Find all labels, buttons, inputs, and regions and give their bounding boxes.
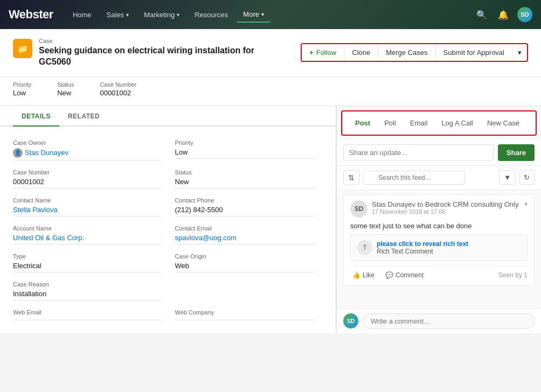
field-type: Type Electrical ✏️ (13, 249, 168, 277)
field-case-number: Case Number 00001002 (13, 165, 168, 193)
case-owner-avatar: 👤 (13, 148, 23, 158)
feed-author-name-text[interactable]: Stas Dunayev (372, 200, 415, 208)
feed-timestamp: 17 November 2016 at 17:08 (372, 208, 524, 215)
share-button[interactable]: Share (498, 144, 535, 161)
case-owner-label: Case Owner (13, 139, 162, 146)
follow-button[interactable]: + Follow (302, 44, 344, 61)
tab-related-label: RELATED (68, 113, 100, 120)
navbar-right: 🔍 🔔 SD (474, 7, 532, 22)
account-name-underline: United Oil & Gas Corp. (13, 234, 162, 244)
priority-meta-label: Priority (13, 81, 31, 88)
case-owner-value[interactable]: Stas Dunayev (25, 149, 68, 157)
chatter-tab-poll[interactable]: Poll (378, 116, 403, 130)
contact-phone-value: (212) 842-5500 (175, 206, 223, 214)
clone-button[interactable]: Clone (344, 44, 378, 61)
rich-text-content: please click to reveal rich text Rich Te… (377, 240, 468, 255)
case-reason-underline: Installation (13, 290, 162, 300)
brand-logo[interactable]: Webster (9, 8, 53, 22)
merge-cases-button[interactable]: Merge Cases (378, 44, 435, 61)
chatter-tab-email[interactable]: Email (404, 116, 434, 130)
meta-case-number: Case Number 00001002 (100, 81, 136, 97)
feed-item: SD Stas Dunayev to Bedrock CRM consultin… (343, 194, 535, 286)
nav-resources[interactable]: Resources (188, 8, 234, 22)
follow-label: Follow (316, 48, 337, 57)
search-nav-button[interactable]: 🔍 (474, 8, 489, 22)
feed-author-info: Stas Dunayev to Bedrock CRM consulting O… (372, 200, 524, 215)
field-case-owner: Case Owner 👤 Stas Dunayev ✏️ (13, 135, 168, 165)
rich-text-box: T please click to reveal rich text Rich … (350, 234, 528, 261)
like-label: Like (363, 271, 374, 279)
rich-text-icon: T (357, 240, 372, 255)
field-contact-email: Contact Email spavlova@uog.com (168, 221, 323, 249)
share-box: Share (337, 140, 541, 166)
case-owner-underline: 👤 Stas Dunayev (13, 148, 162, 160)
feed-item-dropdown-button[interactable]: ▾ (524, 200, 528, 208)
sales-chevron-icon: ▾ (126, 12, 129, 18)
nav-home[interactable]: Home (66, 8, 98, 22)
dropdown-chevron-icon: ▾ (518, 48, 522, 57)
field-status: Status New ✏️ (168, 165, 323, 193)
rich-text-subtitle: Rich Text Comment (377, 248, 468, 255)
comment-button[interactable]: 💬 Comment (383, 270, 426, 280)
chatter-tab-log-call[interactable]: Log A Call (435, 116, 480, 130)
type-value: Electrical (13, 262, 41, 270)
comment-label: Comment (396, 271, 424, 279)
account-name-value[interactable]: United Oil & Gas Corp. (13, 234, 84, 242)
field-case-origin: Case Origin Web ✏️ (168, 249, 323, 277)
chatter-tab-new-case[interactable]: New Case (481, 116, 526, 130)
nav-more-label: More (243, 10, 259, 18)
nav-marketing[interactable]: Marketing ▾ (137, 8, 186, 22)
tab-related[interactable]: RELATED (59, 106, 108, 127)
status-value: New (175, 178, 189, 186)
feed-refresh-button[interactable]: ↻ (519, 170, 535, 185)
notifications-button[interactable]: 🔔 (496, 8, 511, 22)
user-avatar-nav[interactable]: SD (517, 7, 532, 22)
submit-approval-button[interactable]: Submit for Approval (436, 44, 512, 61)
case-number-value: 00001002 (13, 178, 44, 186)
feed-actions: 👍 Like 💬 Comment Seen by 1 (350, 265, 528, 280)
feed-search-input[interactable] (363, 171, 465, 185)
share-input[interactable] (343, 144, 494, 161)
comment-input[interactable] (363, 313, 535, 329)
nav-home-label: Home (73, 11, 92, 19)
status-meta-value: New (57, 89, 71, 97)
case-origin-underline: Web (175, 262, 317, 272)
case-icon: 📁 (13, 39, 32, 58)
contact-name-value[interactable]: Stella Pavlova (13, 206, 57, 214)
chatter-tab-post[interactable]: Post (349, 116, 377, 130)
contact-phone-label: Contact Phone (175, 197, 317, 204)
nav-sales[interactable]: Sales ▾ (100, 8, 136, 22)
like-button[interactable]: 👍 Like (350, 270, 377, 280)
feed-items: SD Stas Dunayev to Bedrock CRM consultin… (337, 190, 541, 295)
share-button-label: Share (507, 149, 526, 157)
nav-marketing-label: Marketing (144, 11, 175, 19)
comment-icon: 💬 (385, 271, 393, 279)
clone-label: Clone (352, 48, 370, 57)
nav-sales-label: Sales (107, 11, 124, 19)
more-chevron-icon: ▾ (261, 11, 264, 17)
field-web-company: Web Company (168, 305, 323, 325)
contact-email-value[interactable]: spavlova@uog.com (175, 234, 237, 242)
field-contact-name: Contact Name Stella Pavlova ✏️ (13, 193, 168, 221)
tab-details[interactable]: DETAILS (13, 106, 59, 127)
case-header: 📁 Case Seeking guidance on electrical wi… (0, 29, 541, 77)
nav-more[interactable]: More ▾ (237, 7, 270, 23)
comment-box: SD (337, 309, 541, 333)
case-number-meta-label: Case Number (100, 81, 136, 88)
merge-cases-label: Merge Cases (386, 48, 427, 57)
case-reason-value: Installation (13, 290, 46, 298)
marketing-chevron-icon: ▾ (177, 12, 179, 18)
case-title-text: Case Seeking guidance on electrical wiri… (39, 38, 276, 68)
rich-text-title[interactable]: please click to reveal rich text (377, 240, 468, 248)
feed-sort-button[interactable]: ⇅ (343, 170, 359, 185)
feed-filter-button[interactable]: ▼ (499, 170, 516, 185)
chatter-panel: Post Poll Email Log A Call New Case (336, 106, 541, 333)
case-reason-label: Case Reason (13, 281, 162, 288)
priority-label: Priority (175, 139, 317, 146)
actions-dropdown-button[interactable]: ▾ (512, 44, 527, 61)
feed-author-to-text: to Bedrock CRM consulting Only (418, 200, 519, 208)
fields-grid: Case Owner 👤 Stas Dunayev ✏️ Priority Lo… (0, 127, 336, 333)
chatter-tab-email-label: Email (410, 119, 428, 127)
chatter-tab-post-label: Post (355, 119, 370, 127)
field-web-email: Web Email (13, 305, 168, 325)
